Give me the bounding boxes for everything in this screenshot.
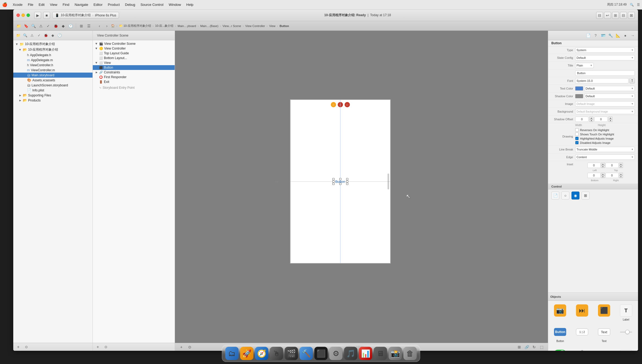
history-icon[interactable]: 🕐	[67, 23, 74, 29]
tree-item-root[interactable]: ▶ 📁 10-应用程序对象介绍	[13, 41, 93, 47]
breakpoint-icon[interactable]: ◆	[60, 23, 66, 29]
shadow-height-down[interactable]: ▼	[609, 119, 612, 122]
inset-left-stepper[interactable]: ▲ ▼	[601, 163, 605, 168]
tree-item-info-plist[interactable]: ▶ 📄 Info.plist	[13, 88, 93, 93]
shadow-height-field[interactable]: 0	[594, 117, 608, 122]
add-element-btn[interactable]: +	[178, 344, 184, 350]
inspector-connect-btn[interactable]: ●	[622, 32, 628, 39]
list-icon[interactable]: ☰	[86, 23, 92, 29]
nav-warning-btn[interactable]: ⚠	[29, 33, 35, 38]
scene-filter-btn[interactable]: ⊙	[103, 344, 109, 350]
layout-btn-2[interactable]: ⊟	[620, 12, 627, 19]
inspector-file-btn[interactable]: 📄	[585, 32, 591, 39]
tree-item-vc-m[interactable]: ▶ m ViewController.m	[13, 68, 93, 73]
handle-bl[interactable]	[332, 183, 335, 185]
scene-item-vc[interactable]: ▶ 🟡 View Controller	[93, 46, 175, 51]
tree-item-main-storyboard[interactable]: ▶ 🗂 Main.storyboard	[13, 73, 93, 78]
menubar-search-icon[interactable]: 🔍	[630, 3, 634, 7]
lib-item-text[interactable]: Text Text	[594, 324, 614, 344]
dock-launchpad[interactable]: 🚀	[240, 347, 253, 360]
inset-top-field[interactable]: 0	[605, 163, 619, 168]
scroll-indicator[interactable]	[388, 174, 389, 189]
inset-bottom-up[interactable]: ▲	[601, 173, 605, 175]
state-select[interactable]: Default ▼	[575, 55, 635, 60]
reverses-checkbox[interactable]	[575, 128, 579, 132]
breadcrumb-button[interactable]: Button	[280, 24, 289, 28]
button-text-field[interactable]: Button	[575, 70, 635, 76]
nav-history-btn[interactable]: 🕐	[57, 33, 63, 38]
device-frame[interactable]: ○ ○ □	[290, 99, 391, 264]
scene-item-button[interactable]: ▶ ⬛ Button	[93, 65, 175, 70]
scene-bottom-btn[interactable]: ⊙	[187, 344, 193, 350]
inset-top-down[interactable]: ▼	[619, 165, 623, 168]
menu-editor[interactable]: Editor	[91, 2, 105, 7]
scene-item-constraints[interactable]: ▶ 🔗 Constraints	[93, 70, 175, 75]
layout-btn-3[interactable]: ⊠	[628, 12, 635, 19]
close-button[interactable]	[16, 14, 20, 17]
scene-item-exit[interactable]: ▶ 🚪 Exit	[93, 79, 175, 84]
control-grid-icon[interactable]: ⊞	[582, 192, 590, 199]
menu-xcode[interactable]: Xcode	[11, 2, 25, 7]
menu-navigate[interactable]: Navigate	[72, 2, 90, 7]
menu-source-control[interactable]: Source Control	[138, 2, 166, 7]
line-break-select[interactable]: Truncate Middle ▼	[575, 147, 635, 152]
inset-right-up[interactable]: ▲	[619, 173, 623, 175]
handle-mr[interactable]	[346, 180, 348, 183]
font-picker-btn[interactable]: T	[630, 78, 635, 83]
nav-folder-btn[interactable]: 📁	[15, 33, 21, 38]
tree-item-launchscreen[interactable]: ▶ 🗂 LaunchScreen.storyboard	[13, 83, 93, 88]
inspector-size-btn[interactable]: 📐	[615, 32, 621, 39]
highlighted-checkbox[interactable]: ✓	[575, 137, 579, 140]
menu-window[interactable]: Window	[167, 2, 183, 7]
dock-mouse[interactable]: 🖱	[270, 347, 283, 360]
scene-item-top-layout[interactable]: ▶ ⬜ Top Layout Guide	[93, 51, 175, 56]
dock-xcode[interactable]: 🔨	[300, 347, 313, 360]
tree-item-group1[interactable]: ▶ 📂 10-应用程序对象介绍	[13, 47, 93, 52]
shadow-width-field[interactable]: 0	[575, 117, 588, 122]
dock-trash[interactable]: 🗑	[403, 347, 417, 360]
warning-icon[interactable]: ⚠	[38, 23, 44, 29]
lib-item-segmented[interactable]: 1 | 2	[572, 324, 592, 344]
scheme-selector[interactable]: 📱 10-应用程序对象介绍 › iPhone 6s Plus	[52, 12, 119, 19]
breadcrumb-view[interactable]: View	[269, 24, 275, 28]
control-circle-icon[interactable]: ○	[561, 192, 569, 199]
canvas-layout-btn[interactable]: ⊞	[516, 344, 522, 350]
canvas-content[interactable]: → ○ ○ □	[175, 31, 548, 343]
inset-top-up[interactable]: ▲	[619, 163, 623, 165]
control-radio-icon[interactable]: ◉	[571, 192, 579, 199]
edge-select[interactable]: Content ▼	[575, 154, 635, 160]
dock-screenshot[interactable]: 📸	[389, 347, 402, 360]
folder-icon[interactable]: 📁	[15, 23, 22, 29]
scene-item-first-responder[interactable]: ▶ ⭕ First Responder	[93, 75, 175, 79]
canvas-area[interactable]: → ○ ○ □	[175, 31, 548, 351]
nav-forward-btn[interactable]: ›	[104, 23, 110, 29]
button-element[interactable]: Button	[332, 178, 348, 185]
inset-bottom-down[interactable]: ▼	[601, 175, 605, 178]
tree-item-products[interactable]: ▶ 📂 Products	[13, 98, 93, 103]
nav-search-btn[interactable]: 🔍	[22, 33, 28, 38]
inset-bottom-field[interactable]: 0	[587, 173, 601, 178]
handle-tl[interactable]	[332, 178, 335, 180]
scene-item-bottom-layout[interactable]: ▶ ⬜ Bottom Layout...	[93, 56, 175, 60]
tree-item-appdelegate-m[interactable]: ▶ m AppDelegate.m	[13, 57, 93, 63]
maximize-button[interactable]	[27, 14, 30, 17]
shadow-width-up[interactable]: ▲	[590, 117, 593, 119]
nav-back-btn[interactable]: ‹	[96, 23, 103, 29]
dock-music[interactable]: 🎵	[344, 347, 357, 360]
add-file-btn[interactable]: +	[15, 344, 21, 350]
menu-product[interactable]: Product	[106, 2, 122, 7]
inset-right-stepper[interactable]: ▲ ▼	[619, 173, 623, 178]
menu-debug[interactable]: Debug	[123, 2, 137, 7]
disabled-checkbox[interactable]: ✓	[575, 141, 579, 144]
title-select[interactable]: Plain ▼	[575, 63, 594, 68]
lib-item-media[interactable]: ⏭	[572, 303, 592, 322]
image-select[interactable]: Default Image ▼	[575, 101, 635, 106]
dock-finder[interactable]: 🗂	[225, 347, 239, 360]
scene-item-view[interactable]: ▶ ⬜ View	[93, 60, 175, 65]
inset-right-down[interactable]: ▼	[619, 175, 623, 178]
scene-item-scene[interactable]: ▶ 🎬 View Controller Scene	[93, 41, 175, 46]
menu-edit[interactable]: Edit	[37, 2, 47, 7]
shadow-width-down[interactable]: ▼	[590, 119, 593, 122]
stop-button[interactable]: ■	[43, 12, 50, 19]
tree-item-assets[interactable]: ▶ 🎨 Assets.xcassets	[13, 78, 93, 83]
